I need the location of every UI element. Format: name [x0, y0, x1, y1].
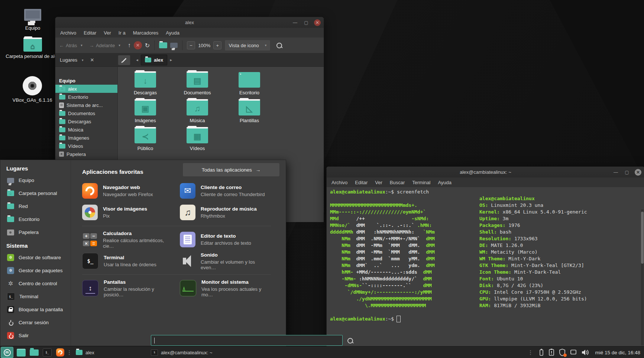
computer-button[interactable]: [170, 43, 178, 48]
reload-button[interactable]: ↻: [145, 42, 150, 49]
tray-grip-handle[interactable]: [530, 350, 531, 355]
sidebar-item-imagenes[interactable]: Imágenes: [55, 134, 117, 142]
menu-item-red[interactable]: Red: [0, 200, 71, 213]
favorite-app-calculadora[interactable]: +−×=CalculadoraRealice cálculos aritméti…: [82, 229, 173, 250]
menu-item-terminal[interactable]: $_Terminal: [0, 290, 71, 303]
terminal-menu-ver[interactable]: Ver: [375, 180, 382, 185]
file-item-plantillas[interactable]: ◺Plantillas: [225, 100, 274, 123]
favorite-app-visor-de-imagenes[interactable]: Visor de imágenesPix: [82, 202, 173, 223]
launcher-firefox[interactable]: [55, 348, 65, 357]
forward-history-dropdown[interactable]: ▾: [119, 43, 120, 47]
close-button[interactable]: ✕: [314, 19, 321, 26]
launcher-file-manager[interactable]: [29, 348, 39, 357]
mint-menu-button[interactable]: m: [1, 347, 13, 358]
file-item-publico[interactable]: ≺Público: [121, 128, 170, 151]
volume-icon[interactable]: [581, 348, 590, 357]
sidebar-item-videos[interactable]: Vídeos: [55, 142, 117, 150]
breadcrumb[interactable]: ⌂ alex: [141, 55, 167, 65]
search-icon[interactable]: [347, 338, 353, 344]
all-applications-button[interactable]: Todas las aplicaciones →: [182, 163, 280, 177]
edit-location-button[interactable]: [118, 55, 130, 65]
favorite-app-reproductor-de-musica[interactable]: ♫Reproductor de músicaRhythmbox: [180, 202, 271, 223]
zoom-out-button[interactable]: −: [187, 41, 195, 49]
maximize-button[interactable]: ▢: [624, 169, 630, 176]
battery-icon[interactable]: [538, 348, 544, 357]
sidebar-selector[interactable]: Lugares: [60, 57, 77, 63]
file-item-documentos[interactable]: ▤Documentos: [173, 72, 222, 95]
menu-item-carpeta-personal[interactable]: ⌂Carpeta personal: [0, 187, 71, 200]
desktop-icon-home-folder[interactable]: ⌂ Carpeta personal de alex: [3, 38, 62, 59]
display-icon[interactable]: [570, 348, 577, 357]
fm-menu-ir-a[interactable]: Ir a: [119, 30, 126, 36]
sidebar-item-sistema-de-arc[interactable]: Sistema de arc...: [55, 101, 117, 109]
favorite-app-terminal[interactable]: $_TerminalUsar la línea de órdenes: [82, 250, 173, 272]
view-mode-dropdown[interactable]: Vista de icono▾: [224, 40, 271, 51]
terminal-menu-archivo[interactable]: Archivo: [331, 180, 347, 185]
menu-item-cerrar-sesion[interactable]: Cerrar sesión: [0, 316, 71, 329]
menu-item-bloquear-la-pantalla[interactable]: Bloquear la pantalla: [0, 303, 71, 316]
menu-item-escritorio[interactable]: Escritorio: [0, 213, 71, 226]
favorite-app-editor-de-texto[interactable]: Editor de textoEditar archivos de texto: [180, 229, 271, 250]
menu-item-papelera[interactable]: Papelera: [0, 226, 71, 239]
taskbar-window-alex[interactable]: ⌂alex: [74, 347, 149, 358]
launcher-files[interactable]: [16, 348, 26, 357]
clipboard-alert-icon[interactable]: [548, 348, 555, 357]
forward-button[interactable]: →Adelante: [89, 43, 115, 48]
sidebar-item-papelera[interactable]: Papelera: [55, 150, 117, 158]
panel-grip-handle[interactable]: [69, 350, 70, 355]
chevron-down-icon[interactable]: ▾: [82, 58, 84, 62]
menu-search-input[interactable]: [151, 335, 343, 346]
taskbar-window-alex-cambiatealinux[interactable]: $alex@cambiatealinux: ~: [149, 347, 224, 358]
up-button[interactable]: ↑: [128, 42, 131, 49]
sidebar-item-escritorio[interactable]: Escritorio: [55, 93, 117, 101]
terminal-menu-buscar[interactable]: Buscar: [390, 180, 405, 185]
file-item-escritorio[interactable]: Escritorio: [225, 72, 274, 95]
minimize-button[interactable]: —: [612, 169, 619, 176]
breadcrumb-left-arrow[interactable]: ◂: [133, 55, 141, 65]
close-button[interactable]: ✕: [635, 169, 641, 176]
fm-menu-marcadores[interactable]: Marcadores: [133, 30, 159, 36]
terminal-menu-terminal[interactable]: Terminal: [412, 180, 430, 185]
terminal-menu-ayuda[interactable]: Ayuda: [438, 180, 452, 185]
breadcrumb-right-arrow[interactable]: ▸: [167, 55, 175, 65]
favorite-app-pantallas[interactable]: ↕PantallasCambiar la resolución y posici…: [82, 277, 173, 299]
sidebar-close-icon[interactable]: ✕: [90, 57, 94, 63]
terminal-menu-editar[interactable]: Editar: [355, 180, 368, 185]
sidebar-item-descargas[interactable]: Descargas: [55, 117, 117, 126]
file-item-musica[interactable]: ♫Música: [173, 100, 222, 123]
desktop-icon-vbox-cd[interactable]: VBox_GAs_6.1.16: [8, 76, 56, 103]
back-button[interactable]: ←Atrás: [59, 43, 77, 48]
favorite-app-sonido[interactable]: SonidoCambiar el volumen y los even…: [180, 250, 271, 272]
file-item-videos[interactable]: ▦Vídeos: [173, 128, 222, 151]
minimize-button[interactable]: —: [292, 19, 298, 26]
desktop-icon-computer[interactable]: Equipo: [14, 9, 51, 31]
fm-menu-ayuda[interactable]: Ayuda: [166, 30, 179, 36]
menu-item-gestor-de-paquetes[interactable]: ✲Gestor de paquetes: [0, 264, 71, 277]
sidebar-item-alex[interactable]: ⌂alex: [55, 85, 117, 93]
favorite-app-cliente-de-correo[interactable]: ✉Cliente de correoCliente de correo Thun…: [180, 180, 271, 202]
terminal-content[interactable]: alex@cambiatealinux:~$ screenfetch alex@…: [327, 187, 644, 347]
launcher-terminal[interactable]: $_: [42, 348, 52, 357]
file-item-imagenes[interactable]: ▣Imágenes: [121, 100, 170, 123]
menu-item-equipo[interactable]: Equipo: [0, 174, 71, 187]
terminal-titlebar[interactable]: alex@cambiatealinux: ~ — ▢ ✕: [327, 167, 644, 178]
sidebar-item-musica[interactable]: Música: [55, 126, 117, 134]
favorite-app-monitor-del-sistema[interactable]: Monitor del sistemaVea los procesos actu…: [180, 277, 271, 299]
menu-item-centro-de-control[interactable]: ✲Centro de control: [0, 277, 71, 290]
sidebar-item-documentos[interactable]: Documentos: [55, 109, 117, 117]
menu-item-salir[interactable]: Salir: [0, 329, 71, 342]
update-shield-icon[interactable]: [559, 348, 566, 357]
menu-item-gestor-de-software[interactable]: ✲Gestor de software: [0, 251, 71, 264]
zoom-in-button[interactable]: +: [213, 41, 221, 49]
scrollbar-thumb[interactable]: [641, 212, 644, 264]
home-button[interactable]: [159, 42, 167, 48]
fm-titlebar[interactable]: alex — ▢ ✕: [55, 17, 324, 28]
panel-clock[interactable]: mié 15 de dic, 16:48: [595, 350, 640, 355]
fm-menu-editar[interactable]: Editar: [84, 30, 96, 36]
back-history-dropdown[interactable]: ▾: [81, 43, 82, 47]
favorite-app-navegador-web[interactable]: Navegador webNavegador web Firefox: [82, 180, 173, 202]
maximize-button[interactable]: ▢: [303, 19, 310, 26]
file-item-descargas[interactable]: ↓Descargas: [121, 72, 170, 95]
fm-menu-ver[interactable]: Ver: [104, 30, 111, 36]
search-icon[interactable]: [276, 43, 282, 48]
